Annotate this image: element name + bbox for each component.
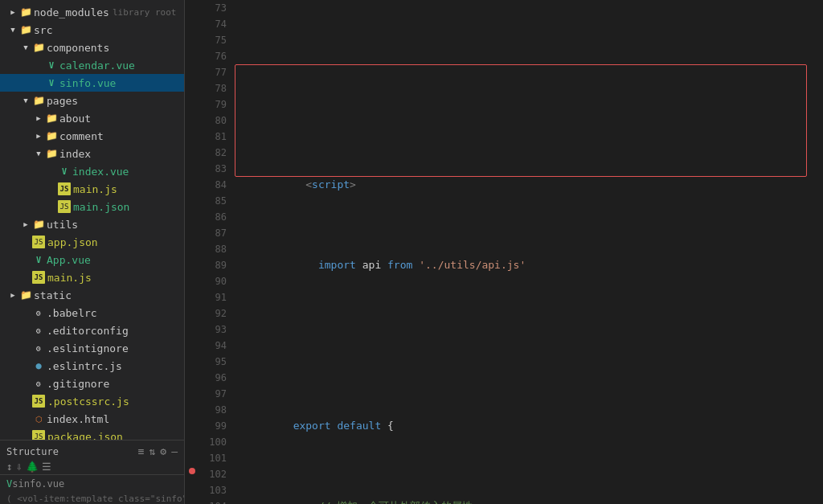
code-area[interactable]: 73 74 75 76 77 78 79 80 81 82 83 84 85 8… <box>185 0 823 504</box>
tree-label: node_modules <box>34 6 109 18</box>
gutter-87 <box>185 186 199 199</box>
spacer-icon <box>19 271 32 284</box>
gutter-78 <box>185 67 199 80</box>
tree-item-index[interactable]: 📁 index <box>0 145 184 162</box>
current-file-label: V <box>6 478 12 490</box>
sort-icon[interactable]: ≡ <box>138 445 145 457</box>
list-view-icon[interactable]: ☰ <box>42 461 51 473</box>
folder-icon: 📁 <box>32 41 45 54</box>
gutter-96 <box>185 305 199 319</box>
keyword: export <box>293 420 331 432</box>
tree-item-static[interactable]: 📁 static <box>0 286 184 304</box>
code-line-73: <script> <box>243 161 813 177</box>
ln-84: 84 <box>199 177 227 193</box>
tree-item-comment[interactable]: 📁 comment <box>0 127 184 145</box>
gutter-85 <box>185 159 199 173</box>
tree-label: .babelrc <box>47 307 97 319</box>
tree-item-index-html[interactable]: ⬡ index.html <box>0 410 184 428</box>
structure-toolbar: ≡ ⇅ ⚙ — <box>138 445 178 457</box>
tree-label: package.json <box>47 431 123 440</box>
json-icon: JS <box>32 236 45 248</box>
tree-label: index.vue <box>72 166 129 178</box>
sort-az-icon[interactable]: ↕ <box>6 461 13 473</box>
ln-90: 90 <box>199 273 227 289</box>
tree-item-utils[interactable]: 📁 utils <box>0 215 184 233</box>
tree-item-sinfo-vue[interactable]: V sinfo.vue <box>0 74 184 92</box>
tree-item-index-vue[interactable]: V index.vue <box>0 162 184 180</box>
tree-label: .eslintignore <box>47 342 129 354</box>
tree-item-main-json-index[interactable]: JS main.json <box>0 198 184 215</box>
keyword: script <box>312 178 350 191</box>
gutter-77 <box>185 53 199 67</box>
sort-za-icon[interactable]: ⇩ <box>16 461 23 473</box>
json-icon: JS <box>32 430 45 440</box>
tag: > <box>350 178 356 191</box>
tree-item-eslintrc-js[interactable]: ● .eslintrc.js <box>0 357 184 375</box>
tree-view-icon[interactable]: 🌲 <box>26 461 39 473</box>
sidebar: 📁 node_modules library root 📁 src 📁 comp… <box>0 0 185 504</box>
ln-80: 80 <box>199 113 227 129</box>
string: '../utils/api.js' <box>419 259 526 271</box>
tree-label: static <box>34 289 72 301</box>
ln-100: 100 <box>199 434 227 450</box>
tree-item-editorconfig[interactable]: ⚙ .editorconfig <box>0 322 184 339</box>
ln-89: 89 <box>199 257 227 273</box>
arrow-icon <box>19 218 32 231</box>
code-line-76: export default { <box>243 402 813 418</box>
ln-79: 79 <box>199 96 227 113</box>
structure-title: Structure <box>6 446 59 457</box>
ln-82: 82 <box>199 145 227 161</box>
tree-item-pages[interactable]: 📁 pages <box>0 92 184 109</box>
tree-item-app-vue[interactable]: V App.vue <box>0 251 184 268</box>
gutter-81 <box>185 106 199 120</box>
gutter-95 <box>185 292 199 305</box>
gutter-90 <box>185 226 199 240</box>
close-icon[interactable]: — <box>171 445 178 457</box>
gutter-100 <box>185 359 199 372</box>
tree-item-node-modules[interactable]: 📁 node_modules library root <box>0 3 184 21</box>
ln-83: 83 <box>199 161 227 177</box>
tree-item-components[interactable]: 📁 components <box>0 39 184 56</box>
tree-item-main-js-index[interactable]: JS main.js <box>0 180 184 198</box>
gutter-98 <box>185 332 199 346</box>
tree-item-calendar-vue[interactable]: V calendar.vue <box>0 56 184 74</box>
vue-icon: V <box>45 76 58 89</box>
ln-81: 81 <box>199 129 227 145</box>
folder-icon: 📁 <box>19 6 32 18</box>
sort2-icon[interactable]: ⇅ <box>149 445 156 457</box>
code-line-75 <box>243 322 813 338</box>
ln-86: 86 <box>199 209 227 225</box>
tree-item-src[interactable]: 📁 src <box>0 21 184 39</box>
gutter-106 <box>185 438 199 452</box>
arrow-icon <box>32 147 45 160</box>
tree-item-package-json[interactable]: JS package.json <box>0 428 184 440</box>
spacer-icon <box>19 236 32 248</box>
ln-97: 97 <box>199 386 227 402</box>
arrow-icon <box>6 289 19 301</box>
tree-item-about[interactable]: 📁 about <box>0 109 184 127</box>
spacer-icon <box>45 182 58 195</box>
tree-item-main-js-src[interactable]: JS main.js <box>0 268 184 286</box>
js-icon: JS <box>32 395 45 408</box>
gutter <box>185 0 199 504</box>
tree-item-babelrc[interactable]: ⚙ .babelrc <box>0 304 184 322</box>
structure-header: Structure ≡ ⇅ ⚙ — <box>0 444 184 459</box>
gutter-107 <box>185 451 199 465</box>
keyword: default <box>337 420 381 432</box>
tree-item-gitignore[interactable]: ⚙ .gitignore <box>0 375 184 392</box>
indent <box>293 259 318 271</box>
tree-item-app-json[interactable]: JS app.json <box>0 233 184 251</box>
tree-item-postcssrc[interactable]: JS .postcssrc.js <box>0 392 184 410</box>
bottom-bar: V sinfo.vue <box>0 474 184 492</box>
code-content: ➜ <script> import api from '../utils/api… <box>233 0 823 504</box>
bottom-code-text: ( <vol-item:template class="sinfo" <box>6 494 184 504</box>
config-icon: ⚙ <box>32 324 45 337</box>
tag: < <box>305 178 312 191</box>
ln-101: 101 <box>199 450 227 466</box>
ln-104: 104 <box>199 498 227 504</box>
settings-icon[interactable]: ⚙ <box>160 445 166 457</box>
spacer-icon <box>19 377 32 390</box>
tree-item-eslintignore[interactable]: ⚙ .eslintignore <box>0 339 184 357</box>
tree-label: main.json <box>73 201 129 213</box>
spacer-icon <box>32 76 45 89</box>
